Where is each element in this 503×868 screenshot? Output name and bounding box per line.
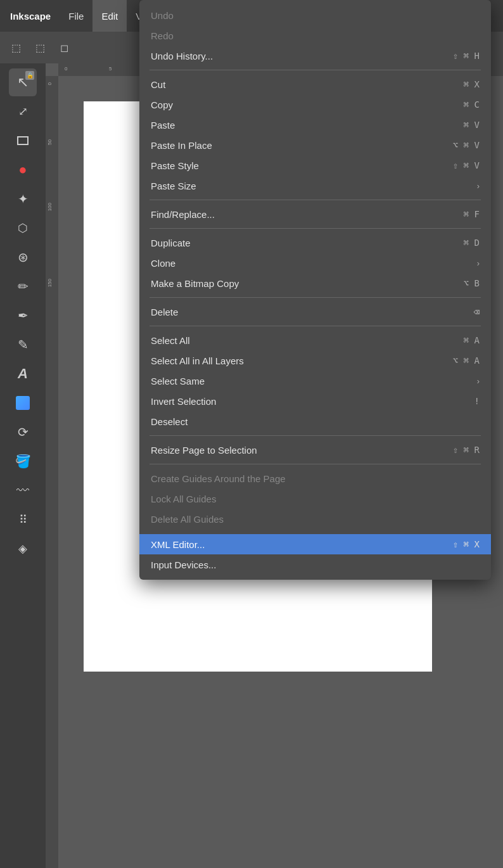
menu-item-delete-guides[interactable]: Delete All Guides — [139, 509, 491, 529]
toolbar-extra-btn[interactable]: ◻ — [53, 37, 75, 58]
invert-selection-shortcut: ! — [474, 396, 480, 406]
menu-item-paste-size[interactable]: Paste Size › — [139, 176, 491, 196]
menu-section-undo: Undo Redo Undo History... ⇧ ⌘ H — [139, 4, 491, 67]
sidebar-tool-spray[interactable]: ⠿ — [9, 506, 37, 533]
delete-guides-label: Delete All Guides — [151, 514, 224, 525]
sidebar-tool-wave[interactable]: 〰 — [9, 476, 37, 504]
find-replace-shortcut: ⌘ F — [464, 209, 480, 219]
select-all-layers-shortcut: ⌥ ⌘ A — [453, 355, 480, 366]
rect-icon — [17, 136, 29, 145]
menu-item-paste-in-place[interactable]: Paste In Place ⌥ ⌘ V — [139, 135, 491, 155]
select-all-label: Select All — [151, 335, 190, 346]
clone-right: › — [477, 258, 480, 268]
menu-section-guides: Create Guides Around the Page Lock All G… — [139, 467, 491, 530]
undo-history-shortcut: ⇧ ⌘ H — [453, 51, 480, 61]
sidebar-tool-pen[interactable]: ✒ — [9, 302, 37, 329]
resize-page-label: Resize Page to Selection — [151, 445, 257, 456]
sidebar-tool-gradient[interactable] — [9, 389, 37, 417]
sidebar-tool-node[interactable]: ⤢ — [9, 98, 37, 125]
toolbar-select-btn[interactable]: ⬚ — [5, 37, 27, 58]
delete-label: Delete — [151, 307, 178, 317]
menu-item-invert-selection[interactable]: Invert Selection ! — [139, 391, 491, 411]
sidebar-tool-paint-bucket[interactable]: 🪣 — [9, 447, 37, 475]
sidebar-tool-rect[interactable] — [9, 127, 37, 155]
node-icon: ⤢ — [18, 105, 28, 118]
invert-selection-label: Invert Selection — [151, 396, 216, 407]
menu-item-undo-history[interactable]: Undo History... ⇧ ⌘ H — [139, 46, 491, 66]
menu-item-redo[interactable]: Redo — [139, 25, 491, 46]
menu-item-resize-page[interactable]: Resize Page to Selection ⇧ ⌘ R — [139, 440, 491, 460]
sidebar-tool-ellipse[interactable]: ● — [9, 156, 37, 184]
clone-label: Clone — [151, 258, 175, 269]
menu-item-select-all[interactable]: Select All ⌘ A — [139, 330, 491, 350]
paste-size-arrow: › — [477, 181, 480, 191]
undo-label: Undo — [151, 10, 174, 21]
menu-item-find-replace[interactable]: Find/Replace... ⌘ F — [139, 204, 491, 224]
duplicate-shortcut: ⌘ D — [464, 238, 480, 248]
menu-item-select-same[interactable]: Select Same › — [139, 371, 491, 391]
menu-item-create-guides[interactable]: Create Guides Around the Page — [139, 468, 491, 488]
duplicate-label: Duplicate — [151, 238, 191, 248]
ruler-v-mark-1: 50 — [47, 139, 53, 145]
ruler-v-mark-2: 100 — [47, 203, 53, 211]
toolbar-node-btn[interactable]: ⬚ — [29, 37, 51, 58]
menu-item-duplicate[interactable]: Duplicate ⌘ D — [139, 233, 491, 253]
cut-shortcut: ⌘ X — [464, 79, 480, 89]
sidebar-tool-spiral[interactable]: ⊛ — [9, 243, 37, 271]
find-replace-label: Find/Replace... — [151, 209, 215, 220]
menu-item-input-devices[interactable]: Input Devices... — [139, 554, 491, 575]
sidebar-tool-text[interactable]: A — [9, 360, 37, 388]
bitmap-copy-shortcut: ⌥ B — [464, 278, 480, 288]
menu-item-deselect[interactable]: Deselect — [139, 411, 491, 431]
resize-page-shortcut: ⇧ ⌘ R — [453, 445, 480, 455]
menu-item-paste-style[interactable]: Paste Style ⇧ ⌘ V — [139, 155, 491, 176]
sidebar-tool-calligraphy[interactable]: ✎ — [9, 331, 37, 359]
paste-size-right: › — [477, 181, 480, 191]
sidebar-tool-3dbox[interactable]: ⬡ — [9, 214, 37, 242]
star-icon: ✦ — [18, 191, 29, 207]
menu-item-bitmap-copy[interactable]: Make a Bitmap Copy ⌥ B — [139, 273, 491, 293]
sidebar-tool-selector[interactable]: ↖ 🔒 — [9, 68, 37, 96]
divider-6 — [150, 435, 481, 436]
ruler-vertical: 0 50 100 150 — [46, 76, 58, 868]
xml-editor-shortcut: ⇧ ⌘ X — [453, 539, 480, 549]
paste-style-label: Paste Style — [151, 160, 199, 171]
lock-badge: 🔒 — [25, 71, 34, 80]
select-same-label: Select Same — [151, 376, 205, 386]
sidebar-tool-pencil[interactable]: ✏ — [9, 272, 37, 300]
paste-in-place-label: Paste In Place — [151, 140, 212, 151]
ruler-v-mark-0: 0 — [47, 82, 53, 85]
menu-section-clipboard: Cut ⌘ X Copy ⌘ C Paste ⌘ V Paste In Plac… — [139, 73, 491, 197]
sidebar-tool-eraser[interactable]: ◈ — [9, 535, 37, 563]
menu-section-xml: XML Editor... ⇧ ⌘ X Input Devices... — [139, 533, 491, 576]
menu-item-undo[interactable]: Undo — [139, 5, 491, 25]
eraser-icon: ◈ — [18, 542, 27, 556]
menu-item-clone[interactable]: Clone › — [139, 253, 491, 273]
sidebar-tool-star[interactable]: ✦ — [9, 185, 37, 213]
menu-section-select: Select All ⌘ A Select All in All Layers … — [139, 329, 491, 433]
menu-section-delete: Delete ⌫ — [139, 300, 491, 323]
bitmap-copy-label: Make a Bitmap Copy — [151, 278, 239, 289]
menu-item-inkscape[interactable]: Inkscape — [0, 0, 60, 32]
menu-item-select-all-layers[interactable]: Select All in All Layers ⌥ ⌘ A — [139, 350, 491, 371]
wave-icon: 〰 — [16, 483, 29, 498]
menu-item-edit[interactable]: Edit — [92, 0, 127, 32]
text-icon: A — [18, 366, 28, 382]
paste-shortcut: ⌘ V — [464, 120, 480, 130]
input-devices-label: Input Devices... — [151, 559, 216, 570]
menu-item-copy[interactable]: Copy ⌘ C — [139, 94, 491, 115]
sidebar-tool-tweak[interactable]: ⟳ — [9, 418, 37, 446]
menu-item-paste[interactable]: Paste ⌘ V — [139, 115, 491, 135]
copy-label: Copy — [151, 99, 173, 110]
menu-item-delete[interactable]: Delete ⌫ — [139, 302, 491, 322]
menu-item-file[interactable]: File — [60, 0, 92, 32]
sidebar: ↖ 🔒 ⤢ ● ✦ ⬡ ⊛ ✏ ✒ ✎ A ⟳ 🪣 〰 ⠿ ◈ — [0, 63, 46, 868]
ruler-h-mark-0: 0 — [65, 66, 67, 72]
ruler-v-mark-3: 150 — [47, 279, 53, 287]
menu-item-xml-editor[interactable]: XML Editor... ⇧ ⌘ X — [139, 534, 491, 554]
menu-item-lock-guides[interactable]: Lock All Guides — [139, 488, 491, 509]
menu-item-cut[interactable]: Cut ⌘ X — [139, 74, 491, 94]
divider-2 — [150, 200, 481, 200]
divider-4 — [150, 297, 481, 298]
menu-section-find: Find/Replace... ⌘ F — [139, 203, 491, 226]
